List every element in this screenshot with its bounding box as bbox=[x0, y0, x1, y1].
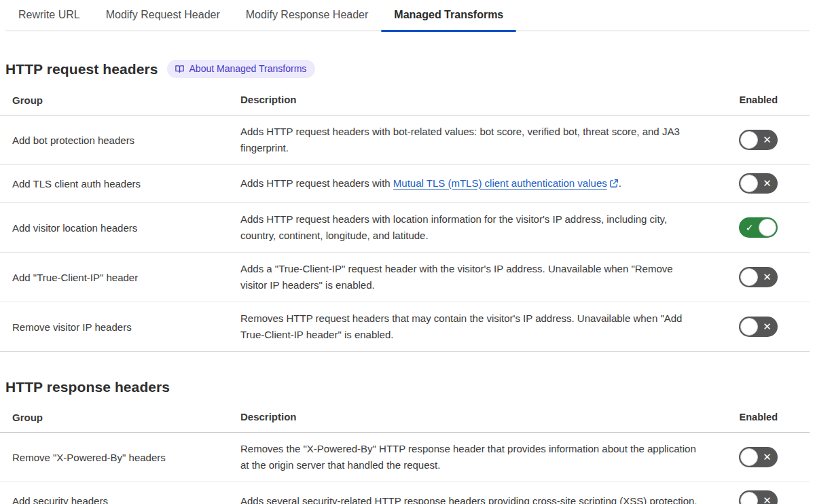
toggle-remove-visitor-ip-headers[interactable]: ✕ bbox=[739, 317, 778, 337]
table-header-row: Group Description Enabled bbox=[0, 88, 810, 115]
toggle-add-visitor-location-headers[interactable]: ✓ bbox=[739, 217, 778, 238]
group-name: Add "True-Client-IP" header bbox=[0, 272, 240, 283]
column-header-description: Description bbox=[240, 409, 712, 425]
table-row: Remove visitor IP headersRemoves HTTP re… bbox=[0, 302, 810, 352]
page-title: HTTP request headers bbox=[5, 61, 158, 77]
toggle-cell: ✕ bbox=[739, 267, 810, 288]
group-name: Remove "X-Powered-By" headers bbox=[0, 452, 240, 463]
toggle-cell: ✓ bbox=[739, 217, 810, 238]
toggle-knob bbox=[740, 268, 758, 286]
table-row: Add security headersAdds several securit… bbox=[0, 482, 810, 504]
x-icon: ✕ bbox=[758, 492, 776, 504]
group-name: Add bot protection headers bbox=[0, 134, 240, 146]
x-icon: ✕ bbox=[758, 175, 776, 192]
group-description: Adds a "True-Client-IP" request header w… bbox=[240, 261, 712, 293]
x-icon: ✕ bbox=[758, 448, 776, 466]
tab-rewrite-url[interactable]: Rewrite URL bbox=[5, 0, 93, 31]
column-header-enabled: Enabled bbox=[740, 412, 810, 422]
toggle-cell: ✕ bbox=[739, 173, 810, 194]
about-managed-transforms-link[interactable]: About Managed Transforms bbox=[167, 60, 316, 78]
badge-label: About Managed Transforms bbox=[189, 63, 307, 74]
toggle-knob bbox=[740, 448, 758, 466]
column-header-group: Group bbox=[0, 94, 240, 106]
group-description: Adds HTTP request headers with Mutual TL… bbox=[240, 175, 712, 193]
toggle-knob bbox=[740, 175, 758, 192]
group-name: Add visitor location headers bbox=[0, 222, 240, 234]
mtls-doc-link[interactable]: Mutual TLS (mTLS) client authentication … bbox=[393, 177, 607, 189]
table-row: Add visitor location headersAdds HTTP re… bbox=[0, 203, 810, 253]
toggle-cell: ✕ bbox=[739, 447, 810, 468]
tab-modify-request-header[interactable]: Modify Request Header bbox=[93, 0, 233, 31]
book-icon bbox=[175, 64, 185, 74]
toggle-knob bbox=[740, 131, 758, 149]
description-text: . bbox=[619, 177, 621, 189]
x-icon: ✕ bbox=[758, 131, 776, 149]
table-row: Add TLS client auth headersAdds HTTP req… bbox=[0, 165, 810, 203]
tab-bar: Rewrite URLModify Request HeaderModify R… bbox=[5, 0, 810, 31]
x-icon: ✕ bbox=[758, 318, 776, 336]
toggle-cell: ✕ bbox=[739, 490, 810, 504]
group-name: Add TLS client auth headers bbox=[0, 178, 240, 190]
tab-modify-response-header[interactable]: Modify Response Header bbox=[233, 0, 382, 31]
toggle-add-tls-client-auth-headers[interactable]: ✕ bbox=[739, 173, 778, 194]
column-header-enabled: Enabled bbox=[740, 94, 810, 105]
request-headers-section-header: HTTP request headers About Managed Trans… bbox=[5, 60, 815, 78]
section-title: HTTP response headers bbox=[5, 379, 170, 395]
response-headers-table: Group Description Enabled Remove "X-Powe… bbox=[0, 406, 810, 504]
group-description: Adds several security-related HTTP respo… bbox=[240, 493, 712, 504]
toggle-add-bot-protection-headers[interactable]: ✕ bbox=[739, 130, 778, 150]
group-description: Removes the "X-Powered-By" HTTP response… bbox=[240, 441, 712, 473]
description-text: Adds HTTP request headers with bbox=[240, 177, 393, 189]
toggle-knob bbox=[759, 219, 776, 236]
table-row: Add "True-Client-IP" headerAdds a "True-… bbox=[0, 253, 810, 302]
check-icon: ✓ bbox=[740, 219, 759, 236]
toggle-remove-x-powered-by-headers[interactable]: ✕ bbox=[739, 447, 778, 467]
toggle-cell: ✕ bbox=[739, 130, 810, 151]
table-row: Add bot protection headersAdds HTTP requ… bbox=[0, 115, 810, 165]
table-header-row: Group Description Enabled bbox=[0, 406, 810, 433]
group-description: Removes HTTP request headers that may co… bbox=[240, 310, 712, 343]
toggle-knob bbox=[740, 318, 758, 336]
toggle-knob bbox=[740, 492, 758, 504]
response-headers-section-header: HTTP response headers bbox=[5, 379, 815, 395]
group-description: Adds HTTP request headers with location … bbox=[240, 211, 712, 244]
external-link-icon[interactable] bbox=[609, 177, 619, 193]
toggle-add-security-headers[interactable]: ✕ bbox=[739, 490, 778, 504]
column-header-description: Description bbox=[240, 92, 712, 108]
group-name: Remove visitor IP headers bbox=[0, 321, 240, 333]
column-header-group: Group bbox=[0, 412, 240, 423]
group-description: Adds HTTP request headers with bot-relat… bbox=[240, 124, 712, 156]
table-row: Remove "X-Powered-By" headersRemoves the… bbox=[0, 433, 810, 482]
tab-managed-transforms[interactable]: Managed Transforms bbox=[381, 0, 516, 31]
group-name: Add security headers bbox=[0, 495, 240, 504]
toggle-add-true-client-ip-header[interactable]: ✕ bbox=[739, 267, 778, 287]
request-headers-table: Group Description Enabled Add bot protec… bbox=[0, 88, 810, 352]
toggle-cell: ✕ bbox=[739, 317, 810, 338]
x-icon: ✕ bbox=[758, 268, 776, 286]
